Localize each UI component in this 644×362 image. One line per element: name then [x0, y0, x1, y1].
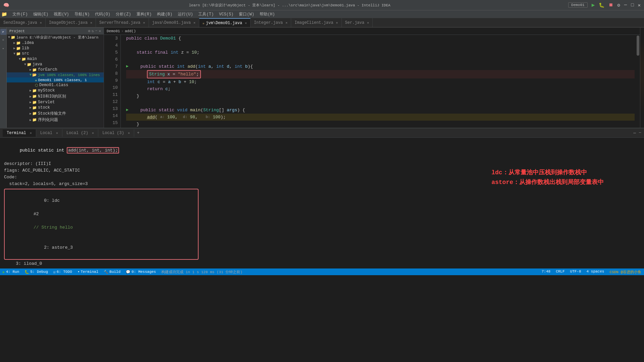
tree-item-nio[interactable]: ▶ 📁 NIO和IO的区别: [7, 93, 104, 100]
collapse-icon[interactable]: −: [95, 29, 98, 33]
terminal-options-icon[interactable]: ⋯: [633, 130, 636, 136]
crlf-display[interactable]: CRLF: [556, 269, 565, 275]
stop-btn-title[interactable]: ⏹: [608, 2, 613, 8]
terminal-tab-local3[interactable]: Local (2) ✕: [62, 129, 98, 137]
scroll-thumb[interactable]: [637, 36, 639, 56]
menu-file[interactable]: 文件(F): [10, 11, 31, 18]
spaces-display[interactable]: 4 spaces: [587, 269, 604, 275]
status-bar: ▶ 4: Run 🐛 5: Debug ☑ 6: TODO ▪ Terminal…: [0, 268, 644, 275]
scroll-track[interactable]: [636, 35, 640, 128]
tree-item-serialize[interactable]: ▶ 📁 序列化问题: [7, 117, 104, 123]
run-gutter-7[interactable]: ▶: [126, 63, 128, 70]
close-tree-icon[interactable]: ✕: [99, 29, 101, 33]
terminal-tab-local[interactable]: Terminal ✕: [3, 129, 36, 137]
tree-item-idea[interactable]: ▶ 📁 .idea: [7, 40, 104, 46]
build-label: Build: [109, 270, 120, 274]
tree-item-demo01[interactable]: ☕ Demo01 100% classes, 1: [7, 77, 104, 82]
tree-item-main[interactable]: ▼ 📁 main: [7, 56, 104, 62]
menu-build[interactable]: 构建(B): [154, 11, 175, 18]
terminal-content[interactable]: public static int add(int, int, int); de…: [0, 138, 644, 268]
debug-status-btn[interactable]: 🐛 5: Debug: [24, 270, 48, 274]
tree-item-java[interactable]: ▼ 📁 java: [7, 62, 104, 67]
close-btn[interactable]: ✕: [638, 2, 641, 8]
messages-status-btn[interactable]: 💬 0: Messages: [126, 270, 156, 274]
menu-help[interactable]: 帮助(H): [257, 11, 278, 18]
menu-nav[interactable]: 导航(N): [72, 11, 93, 18]
menu-edit[interactable]: 编辑(E): [31, 11, 51, 18]
tab-integer[interactable]: Integer.java ✕: [251, 18, 291, 27]
tree-item-jvm[interactable]: ▼ 📂 jvm 100% classes, 100% lines: [7, 72, 104, 77]
tree-label-servlet: Servlet: [38, 100, 55, 105]
tree-label-learn: learn E:\毕业设计\myObject - 里本\learn: [16, 35, 98, 40]
gear-icon[interactable]: ⚙: [88, 29, 91, 33]
tree-label-foreach: forEarch: [38, 67, 57, 72]
tree-item-mystock[interactable]: ▶ 📁 myStock: [7, 88, 104, 93]
menu-tools[interactable]: 工具(T): [196, 11, 216, 18]
run-status-btn[interactable]: ▶ 4: Run: [3, 270, 19, 274]
breadcrumb-add[interactable]: add(): [125, 29, 136, 33]
bytecode-block: 0: ldc #2 // String hello 2: astore_3 3:…: [4, 189, 199, 268]
tab-ser[interactable]: Ser.java ✕: [342, 18, 373, 27]
breadcrumb-demo01[interactable]: Demo01: [107, 29, 120, 33]
tree-item-foreach[interactable]: ▶ 📁 forEarch: [7, 67, 104, 72]
tab-javademo01-close[interactable]: ✕: [194, 21, 196, 25]
favorites-tab[interactable]: ★: [1, 46, 6, 51]
tab-jvmdemo01[interactable]: ☕ jvm\Demo01.java ✕: [199, 18, 251, 27]
sync-icon[interactable]: ↻: [92, 29, 94, 33]
debug-btn-title[interactable]: 🐛: [599, 2, 604, 8]
terminal-tab-local2[interactable]: Local ✕: [36, 129, 62, 137]
title-bar: 🧠 learn [E:\毕业设计\myObject - 里本\learn] - …: [0, 0, 644, 10]
terminal-tab-local4-close[interactable]: ✕: [128, 131, 130, 135]
tab-javademo01[interactable]: java\Demo01.java ✕: [149, 18, 199, 27]
menu-analyze[interactable]: 分析(Z): [113, 11, 134, 18]
tab-jvmdemo01-close[interactable]: ✕: [245, 21, 247, 25]
tree-item-stock-transfer[interactable]: ▶ 📁 Stock传输文件: [7, 110, 104, 117]
charset-display[interactable]: UTF-8: [570, 269, 581, 275]
min-btn[interactable]: ─: [624, 2, 627, 8]
project-tab[interactable]: P: [0, 29, 6, 35]
menu-window[interactable]: 窗口(W): [236, 11, 257, 18]
tree-item-stock[interactable]: ▶ 📁 stock: [7, 105, 104, 110]
terminal-add-tab[interactable]: +: [134, 129, 142, 137]
tree-item-servlet[interactable]: ▶ 📁 Servlet: [7, 100, 104, 105]
menu-run[interactable]: 运行(U): [175, 11, 196, 18]
max-btn[interactable]: □: [631, 2, 634, 8]
menu-refactor[interactable]: 重构(R): [134, 11, 155, 18]
tree-label-mystock: myStock: [38, 88, 55, 93]
tab-imageclient-close[interactable]: ✕: [336, 21, 338, 25]
code-line-7: ▶ public static int add(int a, int d, in…: [126, 63, 635, 70]
structure-tab[interactable]: ≡: [1, 38, 6, 43]
terminal-tab-local-close[interactable]: ✕: [30, 131, 32, 135]
menu-vcs[interactable]: VCS(S): [216, 11, 236, 17]
tab-imageobject-close[interactable]: ✕: [90, 21, 92, 25]
tab-serverthread-close[interactable]: ✕: [143, 21, 145, 25]
menu-view[interactable]: 视图(V): [51, 11, 72, 18]
tree-item-src[interactable]: ▼ 📁 src: [7, 51, 104, 56]
terminal-tab-local4[interactable]: Local (3) ✕: [98, 129, 134, 137]
run-gutter-13[interactable]: ▶: [126, 107, 128, 114]
tab-serverthread[interactable]: ServerThread.java ✕: [96, 18, 149, 27]
run-btn-title[interactable]: ▶: [592, 2, 595, 8]
tab-ser-close[interactable]: ✕: [367, 21, 369, 25]
tab-sendimage-close[interactable]: ✕: [40, 21, 42, 25]
tab-integer-close[interactable]: ✕: [285, 21, 287, 25]
tree-item-learn[interactable]: ▼ 📁 learn E:\毕业设计\myObject - 里本\learn: [7, 35, 104, 40]
breadcrumb: Demo01 › add(): [104, 27, 640, 35]
tree-item-lib[interactable]: ▶ 📁 lib: [7, 46, 104, 51]
terminal-tab-local2-close[interactable]: ✕: [56, 131, 58, 135]
terminal-status-btn[interactable]: ▪ Terminal: [77, 270, 98, 274]
tab-imageobject[interactable]: ImageObject.java ✕: [46, 18, 96, 27]
build-status-btn[interactable]: 🔨 Build: [104, 270, 120, 274]
terminal-minimize-icon[interactable]: −: [639, 130, 641, 136]
settings-btn[interactable]: ⚙: [617, 2, 620, 8]
terminal-status-label: Terminal: [81, 270, 99, 274]
project-label: Project: [9, 29, 25, 33]
tab-sendimage[interactable]: SendImage.java ✕: [0, 18, 46, 27]
tab-imageclient[interactable]: ImageClient.java ✕: [291, 18, 341, 27]
terminal-tab-local3-close[interactable]: ✕: [92, 131, 94, 135]
tree-item-demo01-class[interactable]: ⬡ Demo01.class: [7, 82, 104, 88]
bytecode-highlighted-block: 0: ldc #2 // String hello 2: astore_3: [4, 189, 199, 260]
todo-status-btn[interactable]: ☑ 6: TODO: [53, 270, 72, 274]
code-content[interactable]: public class Demo01 { static final int z…: [121, 35, 640, 128]
menu-code[interactable]: 代码(O): [92, 11, 113, 18]
